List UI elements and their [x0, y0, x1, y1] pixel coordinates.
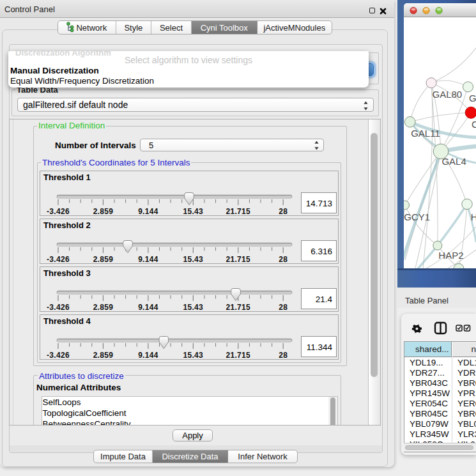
svg-text:-3.426: -3.426: [47, 351, 70, 360]
svg-text:15.43: 15.43: [183, 303, 204, 312]
svg-text:GCY1: GCY1: [404, 211, 430, 222]
svg-text:15.43: 15.43: [183, 255, 204, 264]
svg-text:28: 28: [279, 303, 288, 312]
svg-text:28: 28: [279, 351, 288, 360]
svg-text:15.43: 15.43: [183, 351, 204, 360]
svg-text:-3.426: -3.426: [47, 207, 70, 216]
svg-text:GAL80: GAL80: [433, 89, 463, 100]
svg-text:21.715: 21.715: [226, 351, 251, 360]
svg-text:H: H: [471, 211, 476, 222]
svg-text:-3.426: -3.426: [47, 255, 70, 264]
svg-text:9.144: 9.144: [138, 351, 158, 360]
svg-text:2.859: 2.859: [93, 255, 114, 264]
svg-text:9.144: 9.144: [138, 303, 158, 312]
svg-text:2.859: 2.859: [93, 207, 114, 216]
svg-text:28: 28: [279, 207, 288, 216]
svg-text:GAL11: GAL11: [411, 128, 440, 139]
svg-text:21.715: 21.715: [226, 207, 251, 216]
svg-text:28: 28: [279, 255, 288, 264]
svg-text:C: C: [472, 119, 476, 130]
svg-text:21.715: 21.715: [226, 255, 251, 264]
svg-text:HAP2: HAP2: [438, 250, 463, 261]
svg-text:15.43: 15.43: [183, 207, 204, 216]
svg-text:GAL4: GAL4: [441, 156, 466, 167]
svg-text:9.144: 9.144: [138, 255, 158, 264]
svg-text:GA: GA: [469, 93, 476, 104]
svg-text:2.859: 2.859: [93, 351, 114, 360]
svg-text:21.715: 21.715: [226, 303, 251, 312]
svg-text:2.859: 2.859: [93, 303, 114, 312]
svg-text:9.144: 9.144: [138, 207, 158, 216]
svg-text:-3.426: -3.426: [47, 303, 70, 312]
